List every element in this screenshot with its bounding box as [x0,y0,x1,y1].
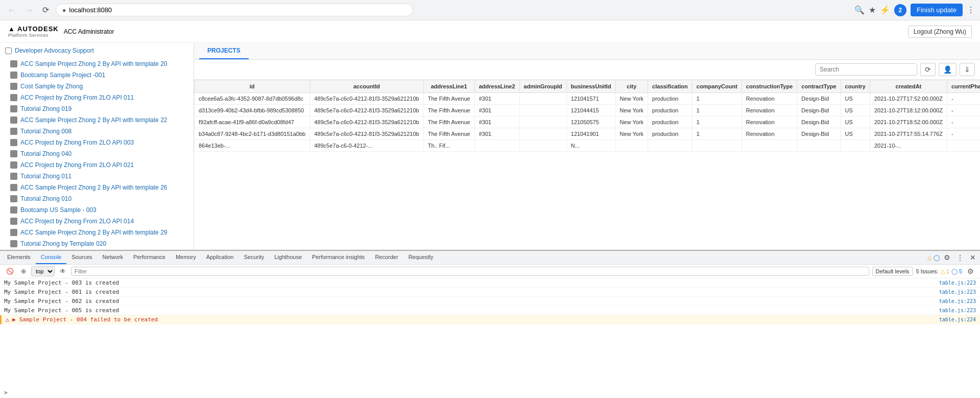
cell-country: US [841,93,870,105]
cell-contractType: Design-Bid [797,128,841,140]
project-icon [10,195,17,202]
issues-label: 5 Issues: [916,268,939,274]
console-context-select[interactable]: top [31,266,55,276]
tab-bar: PROJECTS [194,43,980,60]
sidebar-item[interactable]: Tutorial Zhong 008 [0,126,194,137]
devtools-settings-icon[interactable]: ⚙ [942,252,952,263]
sidebar-item[interactable]: Tutorial Zhong 019 [0,103,194,114]
logout-button[interactable]: Logout (Zhong Wu) [908,26,972,38]
cell-businessUnitId: 121044415 [566,105,615,116]
forward-button[interactable]: → [22,5,36,16]
cell-businessUnitId: 121041901 [566,128,615,140]
cell-businessUnitId: 121050575 [566,116,615,128]
cell-currentPhase: - [947,105,980,116]
devtools-tab-elements[interactable]: Elements [2,251,36,264]
console-line-src: table.js:224 [939,317,976,322]
devtools-tab-application[interactable]: Application [201,251,239,264]
cell-createdAt: 2021-10-27T17:55:14.776Z [870,128,947,140]
devtools-tab-network[interactable]: Network [98,251,128,264]
sidebar-item[interactable]: ACC Project by Zhong From 2LO API 011 [0,92,194,103]
sidebar-item[interactable]: Tutorial Zhong by Template 020 [0,238,194,249]
sidebar-item[interactable]: Tutorial Zhong 011 [0,171,194,182]
issues-warning-badge: △ [927,254,931,261]
reload-button[interactable]: ⟳ [40,4,52,16]
console-prompt: > [0,387,980,398]
table-row[interactable]: f92afcff-acae-41f9-a86f-d0a9cd08fd47489c… [195,116,981,128]
console-settings-icon[interactable]: ⚙ [965,266,976,276]
search-input[interactable] [815,63,917,76]
cell-city: New York [615,105,648,116]
sidebar-group-header[interactable]: Developer Advocacy Support [0,43,194,58]
sidebar-item[interactable]: ACC Sample Project Zhong 2 By API with t… [0,58,194,69]
devtools-tab-requestly[interactable]: Requestly [403,251,439,264]
refresh-button[interactable]: ⟳ [920,63,936,76]
profile-badge[interactable]: 2 [894,4,906,16]
col-adminGroupId: adminGroupId [519,80,566,93]
project-icon [10,240,17,247]
sidebar-item[interactable]: Tutorial Zhong 010 [0,193,194,204]
console-filter-input[interactable] [71,267,869,276]
console-nav-button[interactable]: ⊕ [19,267,28,276]
sidebar-item[interactable]: ACC Project by Zhong From 2LO API 003 [0,137,194,148]
console-eye-button[interactable]: 👁 [58,267,68,276]
menu-icon[interactable]: ⋮ [967,5,975,15]
devtools-tab-lighthouse[interactable]: Lighthouse [269,251,307,264]
cell-addressLine2 [474,140,519,152]
sidebar-item[interactable]: Cost Sample by Zhong [0,81,194,92]
devtools-tab-security[interactable]: Security [238,251,269,264]
cell-classification: production [648,116,692,128]
search-icon[interactable]: 🔍 [854,5,865,15]
table-toolbar: ⟳ 👤 ⇓ [194,60,980,80]
sidebar-item[interactable]: ACC Project by Zhong From 2LO API 021 [0,159,194,171]
back-button[interactable]: ← [5,5,18,16]
tab-projects[interactable]: PROJECTS [199,43,249,59]
devtools-close-icon[interactable]: ✕ [968,252,978,263]
cell-companyCount: 1 [692,116,742,128]
table-row[interactable]: b34a0c87-9248-4bc2-b171-d3d80151a0bb489c… [195,128,981,140]
devtools-tab-console[interactable]: Console [36,251,66,264]
cell-addressLine1: The Fifth Avenue [423,128,474,140]
projects-table: idaccountIdaddressLine1addressLine2admin… [194,80,980,152]
sidebar-item-label: Bootcamp Sample Project -001 [20,72,105,79]
devtools-tab-sources[interactable]: Sources [66,251,97,264]
devtools-tab-performance-insights[interactable]: Performance insights [307,251,370,264]
cell-accountId: 489c5e7a-c6-0-4212-... [310,140,424,152]
sidebar-item[interactable]: ACC Project by Zhong From 2LO API 014 [0,216,194,227]
devtools-tab-performance[interactable]: Performance [128,251,171,264]
sidebar-item[interactable]: Tutorial Zhong 040 [0,148,194,159]
sidebar-item[interactable]: ACC Sample Project Zhong 2 By API with t… [0,114,194,126]
console-line-normal: My Sample Project - 003 is createdtable.… [0,278,980,288]
sidebar-item-label: ACC Project by Zhong From 2LO API 003 [20,139,134,146]
console-levels-dropdown[interactable]: Default levels [872,267,913,276]
cell-adminGroupId [519,128,566,140]
cell-adminGroupId [519,116,566,128]
project-icon [10,229,17,236]
issues-warning-count: △ 1 [941,268,949,275]
console-line-text: My Sample Project - 002 is created [4,298,119,305]
cell-createdAt: 2021-10-... [870,140,947,152]
app-header: ▲ AUTODESK Platform Services ACC Adminis… [0,20,980,43]
url-bar[interactable]: ● localhost:8080 [56,4,413,16]
col-businessUnitId: businessUnitId [566,80,615,93]
download-button[interactable]: ⇓ [960,63,975,76]
devtools-tab-memory[interactable]: Memory [171,251,201,264]
finish-update-button[interactable]: Finish update [911,4,963,16]
table-row[interactable]: c8cee6a5-a3fc-4352-9087-8d7db0596d8c489c… [195,93,981,105]
upload-button[interactable]: 👤 [939,63,957,76]
sidebar-group-checkbox[interactable] [5,48,12,54]
console-clear-button[interactable]: 🚫 [4,267,16,276]
sidebar-item[interactable]: ACC Sample Project Zhong 2 By API with t… [0,227,194,238]
cell-id: d313ce99-40b2-43d4-bfbb-989cd5308850 [195,105,310,116]
sidebar-item[interactable]: ACC Sample Project Zhong 2 By API with t… [0,182,194,193]
devtools-tab-recorder[interactable]: Recorder [370,251,403,264]
devtools-more-icon[interactable]: ⋮ [954,252,966,263]
sidebar-item[interactable]: Bootcamp Sample Project -001 [0,69,194,81]
table-row[interactable]: d313ce99-40b2-43d4-bfbb-989cd5308850489c… [195,105,981,116]
table-row[interactable]: 864e13eb-...489c5e7a-c6-0-4212-...Th.. F… [195,140,981,152]
sidebar-item[interactable]: Bootcamp US Sample - 003 [0,204,194,216]
cell-companyCount: 1 [692,93,742,105]
cell-id: b34a0c87-9248-4bc2-b171-d3d80151a0bb [195,128,310,140]
extensions-icon[interactable]: ⚡ [880,5,890,15]
bookmark-icon[interactable]: ★ [869,5,876,15]
console-input[interactable] [10,389,976,396]
